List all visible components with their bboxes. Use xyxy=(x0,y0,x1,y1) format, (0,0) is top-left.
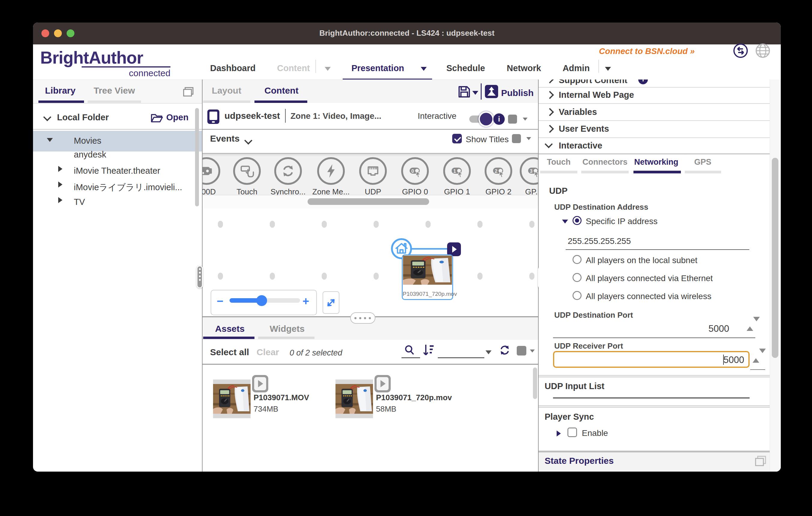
nav-presentation-dropdown-icon[interactable] xyxy=(421,67,427,71)
info-icon[interactable]: i xyxy=(493,113,505,125)
event-remote-200d[interactable]: 200D xyxy=(203,157,228,195)
tree-collapse-icon[interactable] xyxy=(58,197,62,203)
radio-wireless-label[interactable]: All players connected via wireless xyxy=(586,292,712,301)
search-icon[interactable] xyxy=(404,344,415,356)
section-expand-icon[interactable] xyxy=(545,140,553,148)
recv-port-stepper[interactable] xyxy=(753,353,759,359)
save-dropdown-icon[interactable] xyxy=(472,91,478,95)
asset-thumbnail[interactable] xyxy=(213,380,251,418)
section-collapse-icon[interactable] xyxy=(546,80,554,83)
fit-canvas-button[interactable] xyxy=(323,291,339,314)
clear-button[interactable]: Clear xyxy=(257,347,279,357)
event-gpio-3[interactable]: 3 GP... xyxy=(513,157,538,195)
udp-dest-port-value[interactable]: 5000 xyxy=(669,324,729,334)
tree-item-tv[interactable]: TV xyxy=(74,197,85,207)
section-internal-web-page[interactable]: Internal Web Page xyxy=(559,90,634,100)
show-titles-checkbox[interactable] xyxy=(452,134,462,143)
section-collapse-icon[interactable] xyxy=(546,91,554,99)
tab-widgets[interactable]: Widgets xyxy=(270,324,304,334)
refresh-icon[interactable] xyxy=(499,344,511,356)
filter-dropdown-icon[interactable] xyxy=(486,351,492,354)
tree-collapse-icon[interactable] xyxy=(58,182,62,187)
assets-drag-handle[interactable] xyxy=(350,312,375,324)
panel-toggle-icon[interactable] xyxy=(182,87,195,97)
nav-content-dropdown-icon[interactable] xyxy=(325,67,331,71)
event-gpio-1[interactable]: 1 GPIO 1 xyxy=(436,157,478,195)
event-zone-message[interactable]: Zone Me... xyxy=(310,157,352,195)
nav-admin[interactable]: Admin xyxy=(563,63,590,73)
event-touch[interactable]: Touch xyxy=(226,157,268,195)
assets-scrollbar[interactable] xyxy=(533,367,537,399)
globe-icon[interactable] xyxy=(755,43,771,59)
tab-connectors[interactable]: Connectors xyxy=(582,157,628,167)
filter-select-underline[interactable] xyxy=(438,357,484,358)
folder-open-icon[interactable] xyxy=(151,113,163,123)
panel-scrollbar[interactable] xyxy=(772,158,778,358)
transfer-icon[interactable] xyxy=(733,43,748,59)
sort-icon[interactable] xyxy=(422,343,435,357)
events-color-swatch[interactable] xyxy=(512,134,521,143)
zoom-in-button[interactable]: + xyxy=(302,295,309,308)
tab-content[interactable]: Content xyxy=(264,86,298,96)
nav-network[interactable]: Network xyxy=(507,63,541,73)
save-icon[interactable] xyxy=(457,85,471,99)
nav-dashboard[interactable]: Dashboard xyxy=(210,63,255,73)
sidebar-splitter-handle[interactable] xyxy=(197,266,203,288)
radio-local-subnet[interactable] xyxy=(573,255,582,264)
radio-wireless[interactable] xyxy=(573,291,582,300)
local-folder-open-button[interactable]: Open xyxy=(166,113,188,122)
local-folder-collapse-icon[interactable] xyxy=(43,113,51,121)
radio-local-subnet-label[interactable]: All players on the local subnet xyxy=(586,255,697,265)
tab-assets[interactable]: Assets xyxy=(215,324,244,334)
tab-touch[interactable]: Touch xyxy=(547,157,571,167)
sidebar-scrollbar[interactable] xyxy=(195,108,199,206)
assets-color-swatch[interactable] xyxy=(517,346,526,356)
tab-tree-view[interactable]: Tree View xyxy=(94,86,135,96)
tree-item-imovie-library[interactable]: iMovieライブラリ.imovieli... xyxy=(74,182,182,193)
player-sync-enable-label[interactable]: Enable xyxy=(582,428,608,438)
tab-networking[interactable]: Networking xyxy=(634,157,678,167)
tree-collapse-icon[interactable] xyxy=(58,166,62,172)
udp-recv-port-value[interactable]: 5000 xyxy=(723,355,744,365)
radio-specific-ip[interactable] xyxy=(573,216,582,225)
open-window-icon[interactable] xyxy=(754,455,767,467)
publish-button[interactable]: Publish xyxy=(501,88,533,98)
events-collapse-icon[interactable] xyxy=(244,136,252,145)
radio-ethernet-label[interactable]: All players connected via Ethernet xyxy=(586,274,713,283)
udp-recv-port-input[interactable]: 5000 xyxy=(553,351,750,368)
asset-name[interactable]: P1039071_720p.mov xyxy=(376,393,452,402)
asset-thumbnail[interactable] xyxy=(336,380,373,418)
tree-item-movies[interactable]: Movies xyxy=(74,136,102,146)
dest-port-stepper[interactable] xyxy=(747,321,753,327)
section-collapse-icon[interactable] xyxy=(546,125,554,133)
interactive-toggle-knob[interactable] xyxy=(480,113,492,125)
tree-item-anydesk[interactable]: anydesk xyxy=(74,150,106,160)
section-support-content[interactable]: Support Content xyxy=(559,80,628,85)
publish-icon[interactable] xyxy=(484,84,499,99)
section-variables[interactable]: Variables xyxy=(559,107,597,117)
connect-bsn-link[interactable]: Connect to BSN.cloud » xyxy=(599,47,695,56)
event-udp[interactable]: UDP xyxy=(352,157,394,195)
radio-ethernet[interactable] xyxy=(573,273,582,282)
events-scrollbar[interactable] xyxy=(308,198,429,205)
tree-item-imovie-theater[interactable]: iMovie Theater.theater xyxy=(74,166,160,176)
nav-content[interactable]: Content xyxy=(277,63,310,73)
info-icon[interactable]: i xyxy=(638,80,648,84)
events-dropdown-icon[interactable] xyxy=(526,137,531,140)
nav-presentation[interactable]: Presentation xyxy=(351,63,404,73)
event-gpio-0[interactable]: 0 GPIO 0 xyxy=(394,157,436,195)
specific-ip-expand-icon[interactable] xyxy=(562,220,568,223)
nav-more-dropdown-icon[interactable] xyxy=(605,67,611,71)
asset-name[interactable]: P1039071.MOV xyxy=(254,393,309,402)
tab-layout[interactable]: Layout xyxy=(212,86,241,96)
section-interactive[interactable]: Interactive xyxy=(559,141,602,151)
player-sync-expand-icon[interactable] xyxy=(557,430,561,436)
section-user-events[interactable]: User Events xyxy=(559,124,609,134)
udp-input-list-underline[interactable] xyxy=(553,397,750,398)
tab-gps[interactable]: GPS xyxy=(694,157,711,167)
media-state-card[interactable]: P1039071_720p.mov xyxy=(402,254,453,300)
zone-color-swatch[interactable] xyxy=(508,115,517,124)
zone-dropdown-icon[interactable] xyxy=(523,118,527,121)
tab-library[interactable]: Library xyxy=(45,86,76,96)
tree-expand-icon[interactable] xyxy=(47,138,53,142)
